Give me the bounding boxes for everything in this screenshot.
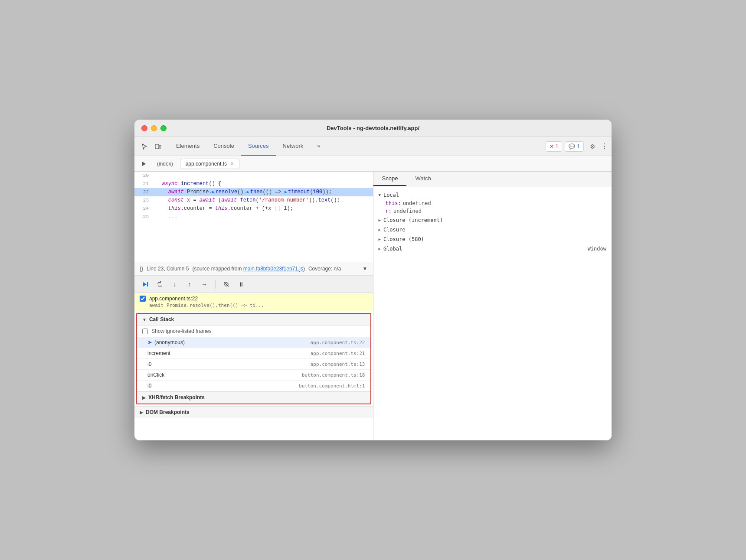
call-stack-highlighted-section: ▼ Call Stack Show ignore-listed frames ➤… [136,313,371,404]
scope-prop-r: r: undefined [373,207,612,215]
ignore-frames-row: Show ignore-listed frames [137,326,370,337]
code-line-23: 23 const x = await (await fetch('/random… [134,196,373,205]
scope-group-closure-580: ▶ Closure (580) [373,235,612,244]
closure-580-toggle-icon: ▶ [379,237,381,241]
xhr-section-header[interactable]: ▶ XHR/fetch Breakpoints [137,391,370,404]
resume-icon [142,281,148,287]
code-line-25: 25 ... [134,213,373,221]
device-toolbar-button[interactable] [152,140,164,153]
step-over-button[interactable] [154,279,166,290]
call-stack-item-i0-2[interactable]: i0 button.component.html:1 [137,381,370,391]
bottom-section: ↓ ↑ → ⏸ app.compo [134,276,373,440]
tab-console[interactable]: Console [206,137,241,156]
secondary-tab-bar: (index) app.component.ts ✕ [134,156,612,172]
file-navigator-button[interactable] [138,158,150,170]
breakpoint-label: app.component.ts:22 [149,296,198,302]
tab-scope[interactable]: Scope [373,172,407,186]
dom-toggle-icon: ▶ [140,410,143,415]
tab-index[interactable]: (index) [152,159,178,169]
scope-group-closure-increment: ▶ Closure (increment) [373,216,612,225]
source-file-link[interactable]: main.fa8bfa0e23f1eb71.js [243,266,303,272]
code-editor: 20 21 async increment() { 22 await Promi… [134,172,373,262]
ignore-frames-label: Show ignore-listed frames [151,328,212,334]
title-bar: DevTools - ng-devtools.netlify.app/ [134,120,612,137]
tab-network[interactable]: Network [276,137,311,156]
dom-title: DOM Breakpoints [146,409,190,415]
call-stack-item-i0-1[interactable]: i0 app.component.ts:13 [137,359,370,370]
code-panel: 20 21 async increment() { 22 await Promi… [134,172,373,440]
current-frame-arrow: ➤ [147,339,152,345]
code-line-24: 24 this.counter = this.counter + (+x || … [134,205,373,213]
breakpoint-checkbox[interactable] [140,296,146,302]
ignore-frames-checkbox[interactable] [142,329,148,334]
call-stack-title: Call Stack [149,316,174,322]
step-into-button[interactable]: ↓ [169,279,180,290]
resume-button[interactable] [140,279,151,290]
main-content: 20 21 async increment() { 22 await Promi… [134,172,612,440]
svg-rect-0 [155,144,159,149]
scope-closure-580-header[interactable]: ▶ Closure (580) [373,235,612,244]
inspect-element-button[interactable] [138,140,150,153]
xhr-section: ▶ XHR/fetch Breakpoints [137,391,370,404]
settings-button[interactable]: ⚙ [586,140,599,153]
call-stack-item-onclick[interactable]: onClick button.component.ts:18 [137,370,370,381]
closure-increment-toggle-icon: ▶ [379,218,381,222]
cursor-position: Line 23, Column 5 [147,266,189,272]
deactivate-breakpoints-button[interactable] [221,279,232,290]
traffic-lights [141,125,167,131]
step-out-button[interactable]: ↑ [184,279,195,290]
more-options-icon[interactable]: ⋮ [601,142,608,150]
error-badge-button[interactable]: ✕ 1 [546,141,563,152]
main-tabs: Elements Console Sources Network » [169,137,546,156]
cursor-icon [141,143,147,150]
breakpoint-section: app.component.ts:22 await Promise.resolv… [134,293,373,311]
code-line-21: 21 async increment() { [134,180,373,188]
scope-prop-this: this: undefined [373,199,612,207]
local-toggle-icon: ▼ [379,193,381,197]
closure-580-label: Closure (580) [383,236,424,242]
tab-sources[interactable]: Sources [241,137,276,156]
call-stack-item-increment[interactable]: increment app.component.ts:21 [137,348,370,359]
xhr-title: XHR/fetch Breakpoints [148,394,205,400]
xhr-toggle-icon: ▶ [142,395,146,400]
message-badge-button[interactable]: 💬 1 [565,141,584,152]
format-toggle-icon[interactable]: ▼ [363,266,368,272]
scope-closure-header[interactable]: ▶ Closure [373,225,612,234]
global-toggle-icon: ▶ [379,247,381,251]
global-value: Window [588,246,606,252]
breakpoint-row: app.component.ts:22 [140,296,368,302]
window-title: DevTools - ng-devtools.netlify.app/ [327,125,419,131]
svg-rect-1 [159,145,161,148]
dom-section-header[interactable]: ▶ DOM Breakpoints [134,406,373,418]
minimize-button[interactable] [151,125,157,131]
close-tab-icon[interactable]: ✕ [230,161,234,166]
tab-app-component[interactable]: app.component.ts ✕ [180,159,239,169]
scope-local-header[interactable]: ▼ Local [373,191,612,199]
source-mapped-label: (source mapped from main.fa8bfa0e23f1eb7… [192,266,305,272]
scope-closure-increment-header[interactable]: ▶ Closure (increment) [373,216,612,225]
main-tab-bar: Elements Console Sources Network » ✕ 1 💬 [134,137,612,156]
code-line-22: 22 await Promise.▶resolve().▶then(() => … [134,188,373,196]
pause-on-exception-button[interactable]: ⏸ [236,279,247,290]
call-stack-toggle-icon: ▼ [142,317,147,322]
tab-more[interactable]: » [310,137,327,156]
scope-group-closure: ▶ Closure [373,225,612,234]
step-button[interactable]: → [199,279,210,290]
call-stack-item-anonymous[interactable]: ➤ (anonymous) app.component.ts:22 [137,337,370,348]
scope-global-header[interactable]: ▶ Global Window [373,244,612,253]
svg-marker-2 [142,162,146,166]
closure-label: Closure [383,227,406,233]
scope-group-global: ▶ Global Window [373,244,612,253]
format-icon[interactable]: {} [140,266,143,272]
tab-watch[interactable]: Watch [406,172,439,186]
tab-icons [138,140,164,153]
scope-panel: Scope Watch ▼ Local this: undefined [373,172,612,440]
call-stack-header[interactable]: ▼ Call Stack [137,314,370,326]
closure-increment-label: Closure (increment) [383,217,443,223]
close-button[interactable] [141,125,147,131]
tabs-right-actions: ✕ 1 💬 1 ⚙ ⋮ [546,140,608,153]
code-lines: 20 21 async increment() { 22 await Promi… [134,172,373,221]
tab-elements[interactable]: Elements [169,137,206,156]
breakpoint-icon [223,281,229,287]
maximize-button[interactable] [160,125,167,131]
